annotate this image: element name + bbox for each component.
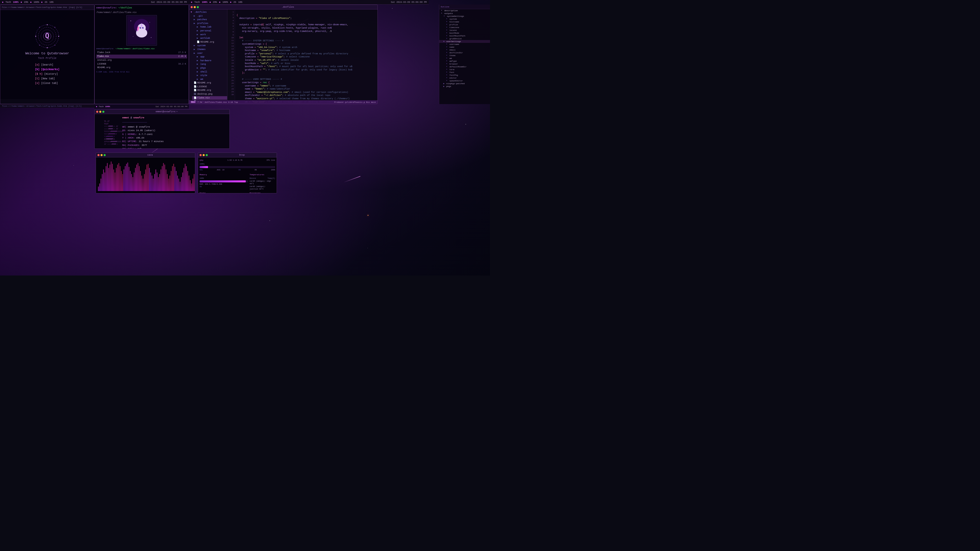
- tree-home-lab[interactable]: ▶ home.lab: [195, 25, 227, 29]
- tree-wm[interactable]: ▶ wm: [195, 78, 227, 81]
- tree-user[interactable]: ▶ user: [192, 52, 227, 56]
- sysmon-close-btn[interactable]: [200, 154, 202, 156]
- viz-bar-74: [192, 179, 193, 191]
- outline-email[interactable]: ⚬email: [439, 48, 490, 51]
- outline-timezone[interactable]: ⚬timezone: [439, 26, 490, 29]
- tree-themes[interactable]: ▶ themes: [192, 48, 227, 52]
- tree-hardware[interactable]: ▶ hardware: [195, 59, 227, 63]
- file-entry-license[interactable]: LICENSE 34.2 K: [96, 62, 187, 66]
- tree-pkgs[interactable]: ▶ pkgs: [195, 66, 227, 70]
- svg-text:\\######//: \\######//: [104, 135, 115, 138]
- tree-profiles[interactable]: ▶ profiles: [192, 22, 227, 25]
- menu-item-closetab[interactable]: [x] [Close tab]: [35, 81, 59, 86]
- status-datetime: Sat 2024-03-09 05:06:00 PM: [151, 1, 187, 3]
- qutebrowser-title: Welcome to Qutebrowser: [25, 52, 69, 56]
- outline-defaultroamdir[interactable]: ⚬defaultRoamDir: [439, 65, 490, 68]
- code-text-area[interactable]: { description = "Flake of LibrePhoenix";…: [235, 10, 377, 104]
- editor-producer-info: Producer.p/LibrePhoenix.p Nix main: [334, 101, 376, 103]
- outline-spawneditor[interactable]: ⚬spawnEditor: [439, 79, 490, 82]
- outline-username[interactable]: ⚬username: [439, 43, 490, 46]
- sysmon-min-btn[interactable]: [203, 154, 205, 156]
- tree-patches[interactable]: ▶ patches: [192, 18, 227, 22]
- neofetch-we: WE| emmet @ snowfire: [122, 125, 228, 129]
- outline-wmtype[interactable]: ⚬wmType: [439, 60, 490, 62]
- viz-bar-58: [172, 166, 173, 191]
- outline-description[interactable]: ⚬description: [439, 9, 490, 12]
- outline-grubdevice[interactable]: ⚬grubDevice: [439, 37, 490, 40]
- viz-bar-6: [106, 166, 107, 191]
- outline-usersettings[interactable]: ▼userSettings: [439, 40, 490, 43]
- viz-bar-9: [110, 165, 110, 191]
- sysmon-cpu-section: CPU 1.53 1.14 0.78 CPU line 100%| 60s AV…: [200, 159, 275, 171]
- menu-item-quickmarks[interactable]: [b] [Quickmarks]: [35, 67, 59, 72]
- viz-bar-52: [164, 165, 165, 191]
- outline-wm[interactable]: ⚬wm: [439, 57, 490, 60]
- tree-git[interactable]: ▶ .git: [192, 14, 227, 18]
- file-entry-flake-lock[interactable]: flake.lock 27.5 K: [96, 51, 187, 55]
- tree-readme2[interactable]: 📄 README.org: [192, 81, 227, 85]
- file-entry-flake-nix[interactable]: flake.nix 2.26 K: [96, 55, 187, 59]
- outline-dotfilesdir[interactable]: ⚬dotfilesDir: [439, 51, 490, 54]
- viz-bar-61: [176, 171, 177, 191]
- viz-min-btn[interactable]: [100, 154, 103, 156]
- outline-profile[interactable]: ⚬profile: [439, 23, 490, 26]
- sysmon-max-btn[interactable]: [206, 154, 208, 156]
- viz-bar-41: [150, 172, 151, 191]
- svg-text:::::####:: //: ::::####:: //: [104, 128, 118, 130]
- outline-systemsettings[interactable]: ⚬systemSettings: [439, 15, 490, 17]
- file-tree-sidebar[interactable]: ▼ .dotfiles ▶ .git ▶ patches ▶ profiles …: [189, 10, 228, 104]
- terminal-top-content[interactable]: emmet@snowfire: ~/dotfiles /home/emmet/.…: [95, 5, 189, 99]
- neofetch-arch: Y | ARCH: x86_64: [122, 136, 228, 140]
- tree-readme3[interactable]: 📄 README.org: [192, 89, 227, 92]
- tree-desktop[interactable]: 🖼 desktop.png: [192, 92, 227, 96]
- tree-worklab[interactable]: ▶ worklab: [195, 37, 227, 40]
- viz-max-btn[interactable]: [103, 154, 106, 156]
- tree-personal[interactable]: ▶ personal: [195, 29, 227, 33]
- tree-app[interactable]: ▶ app: [195, 55, 227, 59]
- outline-outputs[interactable]: ⚬outputs: [439, 12, 490, 15]
- tree-readme1[interactable]: 📄 README.org: [195, 40, 227, 44]
- tree-lang[interactable]: ▶ lang: [195, 62, 227, 66]
- outline-theme[interactable]: ⚬theme: [439, 54, 490, 57]
- svg-text:✦: ✦: [130, 20, 131, 22]
- neofetch-max-btn[interactable]: [102, 111, 104, 113]
- file-entry-readme[interactable]: README.org: [96, 66, 187, 70]
- menu-item-search[interactable]: [o] [Search]: [35, 63, 59, 67]
- tree-shell[interactable]: ▶ shell: [195, 70, 227, 74]
- viz-close-btn[interactable]: [97, 154, 100, 156]
- neofetch-ascii-art: \\ // \\// ::::####:: // ::::####:: // \…: [97, 116, 120, 146]
- outline-editor[interactable]: ⚬editor: [439, 76, 490, 79]
- tree-license[interactable]: 📄 LICENSE: [192, 85, 227, 89]
- outline-bootmountpath[interactable]: ⚬bootMountPath: [439, 35, 490, 37]
- outline-pkgs[interactable]: ▶pkgs: [439, 85, 490, 88]
- file-entry-install-org[interactable]: install.org: [96, 59, 187, 62]
- tree-flake-nix[interactable]: 📄 flake.nix: [192, 96, 227, 100]
- viz-bar-62: [177, 176, 178, 191]
- file-listing-header: emmet@snowfire ~/home/emmet/.dotfiles/fl…: [96, 47, 187, 50]
- tree-style[interactable]: ▶ style: [195, 74, 227, 78]
- close-btn[interactable]: [191, 6, 192, 8]
- outline-system[interactable]: ⚬system: [439, 17, 490, 21]
- qutebrowser-window: file:///home/emmet/.browser/Tech/config/…: [0, 5, 94, 104]
- outline-hostname[interactable]: ⚬hostname: [439, 21, 490, 23]
- neofetch-close-btn[interactable]: [96, 111, 98, 113]
- neofetch-min-btn[interactable]: [99, 111, 101, 113]
- viz-bar-37: [145, 169, 146, 191]
- outline-locale[interactable]: ⚬locale: [439, 29, 490, 32]
- outline-font[interactable]: ⚬font: [439, 71, 490, 74]
- outline-nixpkgs-patched[interactable]: ▶nixpkgs-patched: [439, 82, 490, 85]
- max-btn[interactable]: [197, 6, 199, 8]
- tree-work[interactable]: ▶ work: [195, 33, 227, 37]
- viz-bar-4: [103, 169, 104, 191]
- viz-bar-17: [120, 166, 121, 191]
- menu-item-history[interactable]: [$ h] [History]: [35, 72, 59, 76]
- outline-bootmode[interactable]: ⚬bootMode: [439, 32, 490, 35]
- viz-bar-18: [121, 171, 122, 191]
- outline-browser[interactable]: ⚬browser: [439, 62, 490, 65]
- outline-name[interactable]: ⚬name: [439, 46, 490, 48]
- menu-item-newtab[interactable]: [t] [New tab]: [35, 76, 59, 81]
- outline-term[interactable]: ⚬term: [439, 68, 490, 71]
- tree-system[interactable]: ▶ system: [192, 44, 227, 48]
- min-btn[interactable]: [194, 6, 196, 8]
- outline-fontpkg[interactable]: ⚬fontPkg: [439, 74, 490, 76]
